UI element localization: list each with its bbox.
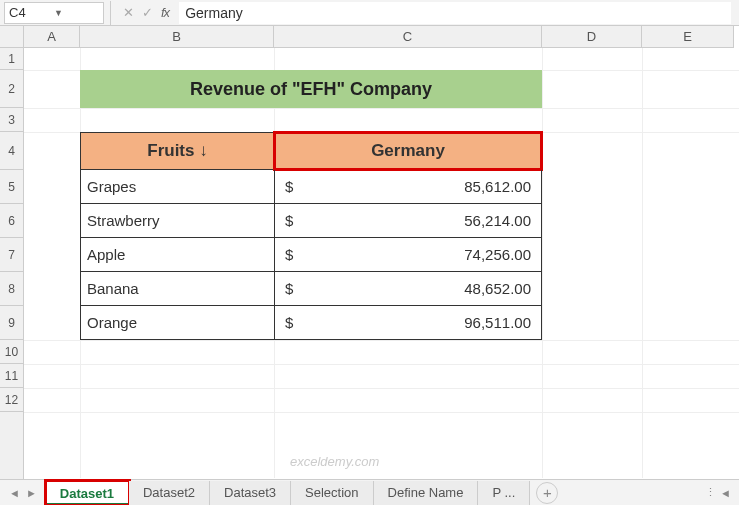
sheet-tabs-bar: ◄ ► Dataset1 Dataset2 Dataset3 Selection… <box>0 479 739 505</box>
row-header[interactable]: 11 <box>0 364 23 388</box>
cell-fruit[interactable]: Strawberry <box>80 204 274 238</box>
cells-area[interactable]: Revenue of "EFH" Company Fruits ↓ German… <box>24 48 739 500</box>
cell-value[interactable]: $ 56,214.00 <box>274 204 542 238</box>
gridline <box>24 108 739 109</box>
col-header-b[interactable]: B <box>80 26 274 47</box>
formula-bar-icons: ✕ ✓ fx <box>113 5 179 20</box>
cell-fruit[interactable]: Grapes <box>80 170 274 204</box>
tab-scroll: ⋮ ◄ <box>697 486 739 499</box>
table-row: Strawberry $ 56,214.00 <box>80 204 542 238</box>
column-headers: A B C D E <box>24 26 734 48</box>
scroll-left-icon[interactable]: ◄ <box>720 487 731 499</box>
gridline <box>24 340 739 341</box>
divider <box>110 1 111 25</box>
header-country[interactable]: Germany <box>274 132 542 170</box>
cell-value[interactable]: $ 74,256.00 <box>274 238 542 272</box>
grid-area: 1 2 3 4 5 6 7 8 9 10 11 12 Revenue of "E… <box>0 48 739 500</box>
currency-symbol: $ <box>281 314 293 331</box>
sheet-tab-dataset1[interactable]: Dataset1 <box>46 481 129 505</box>
gridline <box>24 388 739 389</box>
gridline <box>542 48 543 478</box>
formula-input[interactable]: Germany <box>179 2 731 24</box>
cell-value[interactable]: $ 96,511.00 <box>274 306 542 340</box>
cell-fruit[interactable]: Orange <box>80 306 274 340</box>
gridline <box>642 48 643 478</box>
tab-nav: ◄ ► <box>0 487 46 499</box>
tab-nav-next-icon[interactable]: ► <box>26 487 37 499</box>
tab-nav-prev-icon[interactable]: ◄ <box>9 487 20 499</box>
col-header-c[interactable]: C <box>274 26 542 47</box>
cancel-icon: ✕ <box>123 5 134 20</box>
table-row: Orange $ 96,511.00 <box>80 306 542 340</box>
sheet-tab-selection[interactable]: Selection <box>291 481 373 505</box>
formula-value: Germany <box>185 5 243 21</box>
table-row: Apple $ 74,256.00 <box>80 238 542 272</box>
name-box[interactable]: C4 ▼ <box>4 2 104 24</box>
row-header[interactable]: 7 <box>0 238 23 272</box>
currency-symbol: $ <box>281 246 293 263</box>
sheet-tab-dataset3[interactable]: Dataset3 <box>210 481 291 505</box>
row-header[interactable]: 3 <box>0 108 23 132</box>
gridline <box>24 364 739 365</box>
name-box-value: C4 <box>9 5 54 20</box>
row-header[interactable]: 6 <box>0 204 23 238</box>
fx-icon[interactable]: fx <box>161 5 169 20</box>
sheet-tab-more[interactable]: P ... <box>478 481 530 505</box>
col-header-d[interactable]: D <box>542 26 642 47</box>
add-sheet-icon[interactable]: + <box>536 482 558 504</box>
value-text: 74,256.00 <box>464 246 535 263</box>
sheet-tab-dataset2[interactable]: Dataset2 <box>129 481 210 505</box>
row-header[interactable]: 4 <box>0 132 23 170</box>
confirm-icon: ✓ <box>142 5 153 20</box>
row-header[interactable]: 5 <box>0 170 23 204</box>
sheet-tab-define-name[interactable]: Define Name <box>374 481 479 505</box>
currency-symbol: $ <box>281 280 293 297</box>
select-all-corner[interactable] <box>0 26 24 48</box>
cell-value[interactable]: $ 85,612.00 <box>274 170 542 204</box>
value-text: 56,214.00 <box>464 212 535 229</box>
currency-symbol: $ <box>281 212 293 229</box>
cell-fruit[interactable]: Apple <box>80 238 274 272</box>
value-text: 85,612.00 <box>464 178 535 195</box>
table-row: Grapes $ 85,612.00 <box>80 170 542 204</box>
currency-symbol: $ <box>281 178 293 195</box>
row-header[interactable]: 2 <box>0 70 23 108</box>
col-header-e[interactable]: E <box>642 26 734 47</box>
table-header-row: Fruits ↓ Germany <box>80 132 542 170</box>
table-row: Banana $ 48,652.00 <box>80 272 542 306</box>
col-header-a[interactable]: A <box>24 26 80 47</box>
header-fruits[interactable]: Fruits ↓ <box>80 132 274 170</box>
value-text: 48,652.00 <box>464 280 535 297</box>
row-headers: 1 2 3 4 5 6 7 8 9 10 11 12 <box>0 48 24 500</box>
row-header[interactable]: 9 <box>0 306 23 340</box>
row-header[interactable]: 10 <box>0 340 23 364</box>
page-title[interactable]: Revenue of "EFH" Company <box>80 70 542 108</box>
formula-bar: C4 ▼ ✕ ✓ fx Germany <box>0 0 739 26</box>
value-text: 96,511.00 <box>464 314 535 331</box>
chevron-down-icon[interactable]: ▼ <box>54 8 99 18</box>
data-table: Fruits ↓ Germany Grapes $ 85,612.00 Stra… <box>80 132 542 340</box>
cell-value[interactable]: $ 48,652.00 <box>274 272 542 306</box>
gridline <box>24 412 739 413</box>
vdots-icon[interactable]: ⋮ <box>705 486 716 499</box>
cell-fruit[interactable]: Banana <box>80 272 274 306</box>
row-header[interactable]: 8 <box>0 272 23 306</box>
row-header[interactable]: 1 <box>0 48 23 70</box>
row-header[interactable]: 12 <box>0 388 23 412</box>
